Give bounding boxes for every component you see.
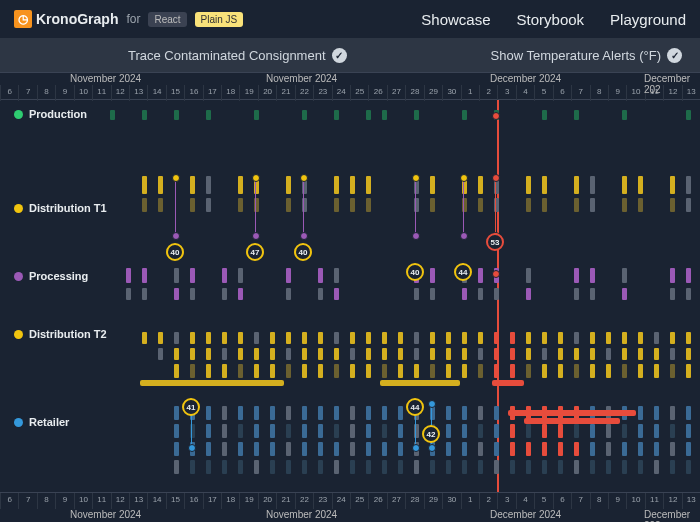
interval-bar[interactable] — [508, 410, 636, 416]
event-bar[interactable] — [542, 424, 547, 438]
event-bar[interactable] — [142, 268, 147, 283]
event-bar[interactable] — [302, 364, 307, 378]
event-bar[interactable] — [590, 288, 595, 300]
event-bar[interactable] — [382, 424, 387, 438]
event-bar[interactable] — [638, 460, 643, 474]
event-bar[interactable] — [414, 348, 419, 360]
event-bar[interactable] — [302, 348, 307, 360]
event-bar[interactable] — [222, 268, 227, 283]
temp-toggle[interactable]: Show Temperature Alerts (°F) ✓ — [491, 48, 682, 63]
event-bar[interactable] — [174, 332, 179, 344]
event-bar[interactable] — [222, 406, 227, 420]
event-node[interactable] — [492, 174, 500, 182]
event-bar[interactable] — [366, 176, 371, 194]
event-bar[interactable] — [238, 442, 243, 456]
event-bar[interactable] — [606, 442, 611, 456]
event-bar[interactable] — [142, 332, 147, 344]
event-bar[interactable] — [318, 268, 323, 283]
interval-bar[interactable] — [140, 380, 284, 386]
event-bar[interactable] — [414, 288, 419, 300]
event-bar[interactable] — [462, 406, 467, 420]
event-bar[interactable] — [574, 332, 579, 344]
event-bar[interactable] — [574, 364, 579, 378]
event-bar[interactable] — [414, 364, 419, 378]
temperature-badge[interactable]: 41 — [182, 398, 200, 416]
event-bar[interactable] — [398, 364, 403, 378]
event-bar[interactable] — [574, 268, 579, 283]
event-bar[interactable] — [350, 332, 355, 344]
event-bar[interactable] — [222, 288, 227, 300]
event-bar[interactable] — [526, 332, 531, 344]
event-bar[interactable] — [174, 424, 179, 438]
event-bar[interactable] — [558, 442, 563, 456]
event-bar[interactable] — [286, 442, 291, 456]
event-bar[interactable] — [494, 424, 499, 438]
event-bar[interactable] — [190, 364, 195, 378]
event-bar[interactable] — [382, 364, 387, 378]
event-bar[interactable] — [254, 110, 259, 120]
event-bar[interactable] — [526, 424, 531, 438]
event-bar[interactable] — [350, 198, 355, 212]
event-bar[interactable] — [158, 332, 163, 344]
event-bar[interactable] — [366, 332, 371, 344]
event-bar[interactable] — [254, 364, 259, 378]
event-bar[interactable] — [606, 348, 611, 360]
event-bar[interactable] — [654, 332, 659, 344]
event-bar[interactable] — [462, 288, 467, 300]
event-bar[interactable] — [238, 176, 243, 194]
event-bar[interactable] — [478, 424, 483, 438]
event-bar[interactable] — [654, 442, 659, 456]
event-bar[interactable] — [254, 460, 259, 474]
event-bar[interactable] — [430, 176, 435, 194]
event-bar[interactable] — [334, 424, 339, 438]
event-bar[interactable] — [222, 364, 227, 378]
event-bar[interactable] — [398, 332, 403, 344]
event-bar[interactable] — [654, 406, 659, 420]
event-bar[interactable] — [190, 268, 195, 283]
event-bar[interactable] — [110, 110, 115, 120]
event-bar[interactable] — [526, 460, 531, 474]
event-bar[interactable] — [398, 348, 403, 360]
event-bar[interactable] — [654, 460, 659, 474]
event-bar[interactable] — [174, 348, 179, 360]
event-bar[interactable] — [302, 110, 307, 120]
time-axis-bottom[interactable]: 6789101112131415161718192021222324252627… — [0, 492, 700, 520]
event-bar[interactable] — [622, 332, 627, 344]
event-bar[interactable] — [334, 288, 339, 300]
event-bar[interactable] — [590, 176, 595, 194]
event-bar[interactable] — [270, 442, 275, 456]
event-bar[interactable] — [478, 268, 483, 283]
event-bar[interactable] — [318, 348, 323, 360]
event-bar[interactable] — [638, 348, 643, 360]
interval-bar[interactable] — [524, 418, 620, 424]
event-bar[interactable] — [430, 288, 435, 300]
event-bar[interactable] — [158, 198, 163, 212]
event-bar[interactable] — [206, 332, 211, 344]
event-bar[interactable] — [478, 364, 483, 378]
event-node[interactable] — [172, 174, 180, 182]
event-bar[interactable] — [478, 348, 483, 360]
event-bar[interactable] — [494, 288, 499, 300]
event-bar[interactable] — [190, 288, 195, 300]
event-bar[interactable] — [526, 176, 531, 194]
event-bar[interactable] — [670, 268, 675, 283]
event-bar[interactable] — [510, 364, 515, 378]
event-bar[interactable] — [622, 288, 627, 300]
event-bar[interactable] — [254, 442, 259, 456]
interval-bar[interactable] — [380, 380, 460, 386]
event-bar[interactable] — [206, 110, 211, 120]
event-bar[interactable] — [670, 198, 675, 212]
event-bar[interactable] — [526, 268, 531, 283]
event-bar[interactable] — [286, 406, 291, 420]
event-bar[interactable] — [222, 442, 227, 456]
event-node[interactable] — [300, 232, 308, 240]
event-bar[interactable] — [190, 176, 195, 194]
event-bar[interactable] — [430, 364, 435, 378]
event-bar[interactable] — [574, 460, 579, 474]
event-node[interactable] — [252, 232, 260, 240]
event-bar[interactable] — [398, 406, 403, 420]
event-bar[interactable] — [206, 442, 211, 456]
event-bar[interactable] — [590, 364, 595, 378]
event-bar[interactable] — [302, 406, 307, 420]
event-bar[interactable] — [366, 348, 371, 360]
